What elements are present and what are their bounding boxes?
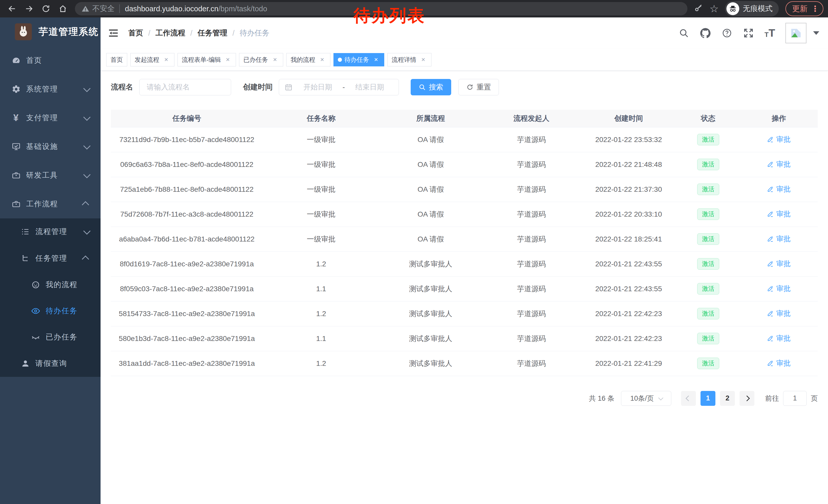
approve-link[interactable]: 审批 [767, 159, 791, 169]
breadcrumb-task-mgmt[interactable]: 任务管理 [198, 28, 227, 38]
approve-link[interactable]: 审批 [767, 284, 791, 293]
sidebar-item-system[interactable]: 系统管理 [0, 75, 100, 103]
task-id-cell: 8f059c03-7ac8-11ec-a9e2-a2380e71991a [111, 276, 263, 301]
sidebar-item-todo-tasks[interactable]: 待办任务 [0, 298, 100, 324]
col-status: 状态 [676, 110, 740, 127]
sidebar-item-leave-query[interactable]: 请假查询 [0, 350, 100, 377]
list-icon [19, 227, 31, 236]
tab-已办任务[interactable]: 已办任务× [239, 53, 283, 66]
edit-icon [767, 236, 774, 242]
browser-menu-icon[interactable]: ⋮ [811, 4, 819, 13]
close-icon[interactable]: × [318, 56, 326, 63]
end-date-placeholder[interactable]: 结束日期 [346, 82, 393, 92]
sidebar-item-devtools[interactable]: 研发工具 [0, 161, 100, 190]
sidebar-item-workflow[interactable]: 工作流程 [0, 190, 100, 218]
avatar[interactable] [785, 23, 806, 43]
sidebar-item-label: 流程管理 [35, 227, 84, 237]
password-key-icon[interactable] [694, 4, 703, 13]
approve-link-label: 审批 [776, 358, 791, 368]
sidebar-item-done-tasks[interactable]: 已办任务 [0, 324, 100, 350]
page-button-1[interactable]: 1 [701, 391, 715, 406]
workflow-submenu: 流程管理 任务管理 我的流程 待办任务 [0, 218, 100, 377]
avatar-caret-icon[interactable] [813, 31, 819, 35]
sidebar-item-task-mgmt[interactable]: 任务管理 [0, 245, 100, 272]
start-date-placeholder[interactable]: 开始日期 [294, 82, 341, 92]
tab-label: 已办任务 [243, 56, 268, 64]
sidebar-item-label: 待办任务 [46, 306, 89, 316]
fullscreen-icon[interactable] [743, 28, 754, 39]
tab-流程详情[interactable]: 流程详情× [387, 53, 431, 66]
actions-cell: 审批 [740, 177, 818, 202]
starter-cell: 芋道源码 [482, 276, 581, 301]
approve-link[interactable]: 审批 [767, 259, 791, 269]
active-tab-dot [338, 58, 342, 62]
breadcrumb-workflow[interactable]: 工作流程 [156, 28, 185, 38]
browser-update-button[interactable]: 更新 ⋮ [785, 1, 823, 16]
actions-cell: 审批 [740, 202, 818, 227]
tab-首页[interactable]: 首页 [106, 53, 127, 66]
status-badge: 激活 [697, 358, 719, 369]
close-icon[interactable]: × [162, 56, 170, 63]
browser-home-button[interactable] [55, 1, 70, 16]
status-cell: 激活 [676, 152, 740, 177]
starter-cell: 芋道源码 [482, 177, 581, 202]
approve-link[interactable]: 审批 [767, 209, 791, 219]
approve-link[interactable]: 审批 [767, 135, 791, 144]
sidebar-item-process-mgmt[interactable]: 流程管理 [0, 218, 100, 245]
chevron-down-icon [83, 85, 90, 92]
page-button-2[interactable]: 2 [720, 391, 735, 406]
next-page-button[interactable] [740, 391, 754, 406]
process-name-input[interactable] [139, 79, 231, 95]
goto-page-input[interactable] [783, 391, 807, 406]
help-icon[interactable] [721, 28, 733, 39]
tab-发起流程[interactable]: 发起流程× [130, 53, 174, 66]
sidebar-item-payment[interactable]: ¥ 支付管理 [0, 103, 100, 132]
search-icon[interactable] [678, 28, 690, 39]
browser-back-button[interactable] [5, 1, 19, 16]
home-icon [58, 4, 67, 13]
tab-label: 首页 [111, 56, 123, 64]
approve-link[interactable]: 审批 [767, 358, 791, 368]
page-size-select[interactable]: 10条/页 [621, 391, 671, 406]
breadcrumb-home[interactable]: 首页 [128, 28, 143, 38]
approve-link-label: 审批 [776, 184, 791, 194]
sidebar-item-infra[interactable]: 基础设施 [0, 132, 100, 161]
create-time-cell: 2022-01-21 22:43:55 [581, 251, 676, 276]
eye-closed-icon [30, 332, 42, 342]
search-icon [419, 84, 426, 91]
chevron-down-icon [83, 113, 90, 121]
tab-label: 流程详情 [392, 56, 416, 64]
starter-cell: 芋道源码 [482, 152, 581, 177]
reset-button[interactable]: 重置 [458, 79, 499, 95]
approve-link[interactable]: 审批 [767, 333, 791, 343]
close-icon[interactable]: × [271, 56, 279, 63]
close-icon[interactable]: × [224, 56, 232, 63]
sidebar-item-my-process[interactable]: 我的流程 [0, 272, 100, 298]
app-logo-row[interactable]: 芋道管理系统 [0, 17, 100, 46]
tab-待办任务[interactable]: 待办任务× [333, 53, 384, 66]
not-secure-label[interactable]: 不安全 [92, 4, 115, 14]
close-icon[interactable]: × [419, 56, 427, 63]
tab-流程表单-编辑[interactable]: 流程表单-编辑× [177, 53, 236, 66]
date-range-picker[interactable]: 开始日期 - 结束日期 [279, 79, 399, 95]
search-button[interactable]: 搜索 [411, 79, 451, 95]
prev-page-button[interactable] [681, 391, 696, 406]
github-icon[interactable] [700, 28, 711, 39]
browser-reload-button[interactable] [38, 1, 53, 16]
approve-link[interactable]: 审批 [767, 184, 791, 194]
bookmark-star-icon[interactable]: ☆ [709, 4, 718, 13]
sidebar-item-home[interactable]: 首页 [0, 46, 100, 75]
approve-link[interactable]: 审批 [767, 234, 791, 244]
task-name-cell: 一级审批 [263, 177, 380, 202]
tab-我的流程[interactable]: 我的流程× [286, 53, 330, 66]
approve-link[interactable]: 审批 [767, 309, 791, 318]
close-icon[interactable]: × [372, 56, 380, 63]
app-logo [15, 23, 32, 40]
browser-forward-button[interactable] [22, 1, 36, 16]
font-size-icon[interactable]: TT [764, 28, 775, 38]
approve-link-label: 审批 [776, 259, 791, 269]
page-annotation: 待办列表 [354, 4, 425, 27]
sidebar-collapse-button[interactable] [108, 28, 120, 39]
chevron-left-icon [686, 395, 692, 401]
update-label[interactable]: 更新 [792, 4, 808, 14]
